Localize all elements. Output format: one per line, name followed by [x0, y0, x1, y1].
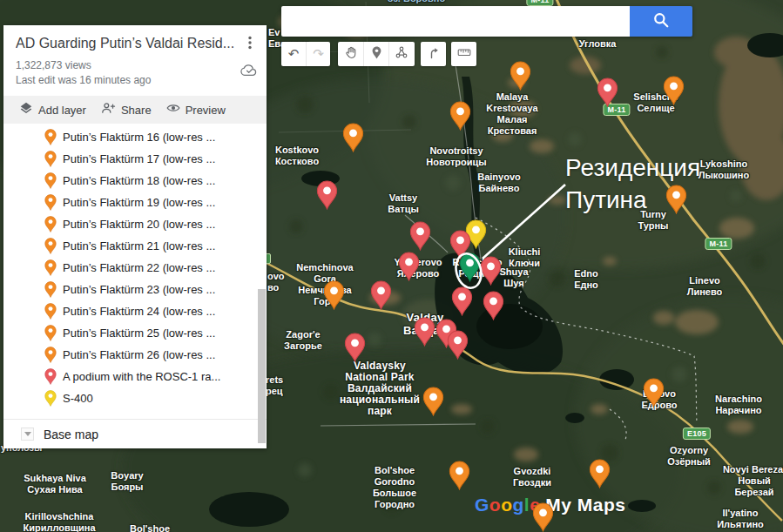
orange-pin-icon [44, 303, 57, 320]
map-pin-red-16[interactable] [451, 286, 473, 320]
layer-item-label: Putin’s Flaktürm 19 (low-res ... [63, 196, 215, 209]
layer-item[interactable]: Putin’s Flaktürm 16 (low-res ... [3, 126, 267, 148]
orange-pin-icon [44, 238, 57, 254]
red-pin-icon [344, 333, 366, 362]
layer-item[interactable]: Putin’s Flaktürm 23 (low-res ... [3, 279, 267, 300]
search-icon [652, 11, 670, 31]
share-label: Share [121, 104, 152, 117]
share-button[interactable]: Share [101, 101, 152, 118]
map-pin-orange-1[interactable] [510, 61, 531, 94]
layer-item[interactable]: Putin’s Flaktürm 21 (low-res ... [3, 235, 267, 257]
map-pin-red-21[interactable] [344, 333, 366, 366]
orange-pin-icon [44, 129, 57, 145]
orange-pin-icon [44, 347, 57, 363]
orange-pin-icon [44, 172, 57, 189]
pan-tool-button[interactable] [338, 42, 363, 66]
map-pin-red-6[interactable] [316, 180, 338, 213]
redo-button[interactable]: ↷ [306, 42, 330, 66]
orange-pin-icon [44, 194, 57, 211]
layer-item[interactable]: Putin’s Flaktürm 24 (low-res ... [3, 300, 267, 322]
shapes-icon [395, 45, 408, 63]
layer-item[interactable]: S-400 [3, 387, 267, 409]
map-pin-red-13[interactable] [480, 256, 502, 289]
layer-item-label: Putin’s Flaktürm 21 (low-res ... [63, 239, 215, 253]
green-pin-icon [459, 253, 481, 282]
undo-redo-group: ↶ ↷ [281, 42, 330, 66]
orange-pin-icon [44, 325, 57, 341]
orange-pin-icon [44, 151, 57, 167]
measure-button[interactable] [451, 42, 476, 66]
orange-pin-icon [44, 281, 57, 298]
draw-line-button[interactable] [388, 42, 414, 66]
base-map-row[interactable]: Base map [3, 420, 267, 448]
map-pin-orange-15[interactable] [323, 280, 345, 313]
layer-item[interactable]: Putin’s Flaktürm 26 (low-res ... [3, 344, 267, 366]
add-layer-button[interactable]: Add layer [19, 101, 86, 118]
eye-icon [166, 101, 180, 118]
map-pin-red-20[interactable] [447, 330, 469, 363]
directions-group [421, 42, 446, 66]
orange-pin-icon [665, 185, 687, 214]
preview-button[interactable]: Preview [166, 101, 226, 118]
layer-item[interactable]: Putin’s Flaktürm 25 (low-res ... [3, 322, 267, 344]
more-options-button[interactable] [242, 34, 258, 51]
layer-item-label: Putin’s Flaktürm 20 (low-res ... [63, 218, 215, 231]
layer-item[interactable]: Putin’s Flaktürm 20 (low-res ... [3, 213, 267, 235]
red-pin-icon [447, 330, 469, 360]
orange-pin-icon [422, 387, 444, 416]
orange-pin-icon [44, 129, 57, 145]
ruler-icon [457, 45, 471, 63]
map-pin-red-14[interactable] [370, 280, 392, 313]
orange-pin-icon [44, 172, 57, 189]
map-pin-orange-23[interactable] [422, 387, 444, 420]
map-pin-orange-5[interactable] [342, 123, 364, 156]
map-pin-green-12[interactable] [459, 253, 481, 286]
layer-items-viewport: Putin’s Flaktürm 15 (low-res ...Putin’s … [3, 124, 267, 413]
layer-item[interactable]: Putin’s Flaktürm 22 (low-res ... [3, 257, 267, 279]
orange-pin-icon [589, 459, 611, 488]
mymaps-wordmark: My Maps [545, 495, 625, 515]
sidebar-scrollbar[interactable] [258, 289, 266, 443]
layer-item-label: A podium with the ROSC-1 ra... [63, 370, 220, 383]
orange-pin-icon [663, 76, 685, 105]
layer-item[interactable]: A podium with the ROSC-1 ra... [3, 366, 267, 387]
my-maps-app: оз. ВоровноEvЕваничиУгловкаMalayaKrestov… [0, 0, 783, 532]
orange-pin-icon [44, 216, 57, 232]
map-pin-orange-7[interactable] [665, 185, 687, 218]
search-button[interactable] [630, 6, 692, 37]
search-input[interactable] [281, 6, 630, 37]
orange-pin-icon [323, 280, 345, 310]
layer-item[interactable]: Putin’s Flaktürm 17 (low-res ... [3, 148, 267, 170]
map-pin-orange-4[interactable] [449, 101, 471, 134]
panel-actions: Add layer Share [3, 96, 267, 124]
measure-group [451, 42, 476, 66]
layer-item-label: Putin’s Flaktürm 26 (low-res ... [63, 348, 215, 361]
map-pin-red-11[interactable] [398, 252, 420, 285]
map-pin-orange-2[interactable] [663, 76, 685, 109]
map-pin-orange-22[interactable] [643, 378, 665, 411]
yellow-pin-icon [44, 390, 57, 407]
orange-pin-icon [44, 238, 57, 254]
map-title[interactable]: AD Guarding Putin’s Valdai Resid... [16, 34, 254, 53]
undo-button[interactable]: ↶ [281, 42, 306, 66]
red-pin-icon [398, 252, 420, 281]
map-pin-orange-26[interactable] [532, 502, 554, 532]
orange-pin-icon [510, 61, 531, 91]
google-logo-letter: o [489, 495, 501, 515]
draw-tools-group [338, 42, 415, 66]
orange-pin-icon [342, 123, 364, 152]
add-marker-button[interactable] [363, 42, 388, 66]
layer-item[interactable]: Putin’s Flaktürm 19 (low-res ... [3, 192, 267, 213]
cloud-saved-icon [240, 62, 258, 83]
map-pin-orange-24[interactable] [589, 459, 611, 492]
map-pin-red-17[interactable] [483, 291, 504, 324]
map-pin-red-3[interactable] [597, 77, 618, 111]
map-pin-orange-25[interactable] [449, 461, 470, 494]
layer-item[interactable]: Putin’s Flaktürm 18 (low-res ... [3, 170, 267, 192]
map-pin-red-9[interactable] [409, 221, 431, 254]
layer-item-label: Putin’s Flaktürm 23 (low-res ... [63, 283, 215, 296]
map-pin-red-18[interactable] [414, 317, 435, 350]
add-directions-button[interactable] [421, 42, 446, 66]
base-map-expand-icon[interactable] [21, 428, 34, 441]
yellow-pin-icon [44, 390, 57, 407]
